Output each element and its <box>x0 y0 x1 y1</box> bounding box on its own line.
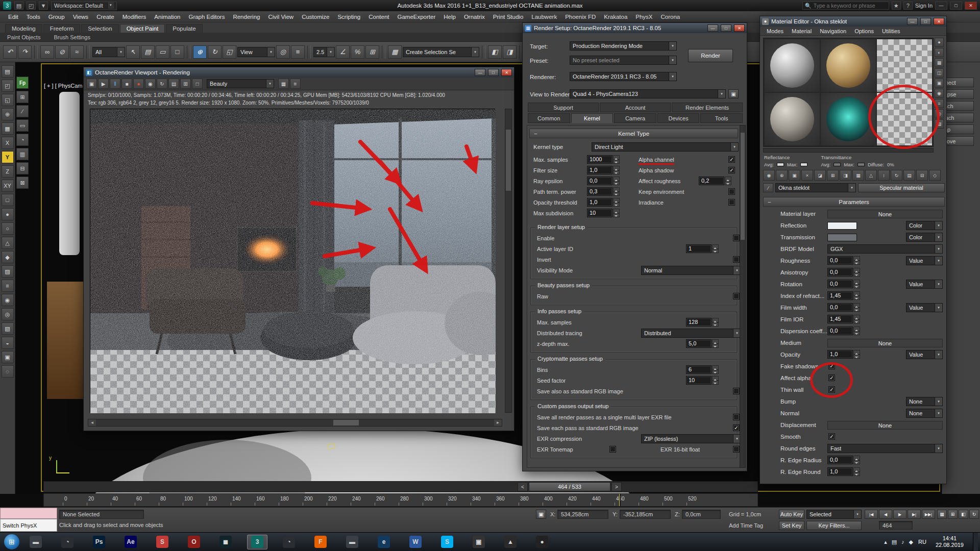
param-spinner[interactable]: 1,45 <box>827 315 860 323</box>
render-setup-tab[interactable]: Common <box>528 113 570 123</box>
param-spinner[interactable]: 0,3 <box>587 187 620 196</box>
menu-item[interactable]: GameExporter <box>393 13 439 21</box>
grid-snap-icon[interactable]: ⊞ <box>16 91 29 103</box>
teal-app-icon[interactable]: ◼ <box>215 535 236 549</box>
menu-item[interactable]: Ornatrix <box>460 13 489 21</box>
assign-material-icon[interactable]: ▣ <box>789 170 800 181</box>
material-type-button[interactable]: Specular material <box>858 183 945 192</box>
maxscript-listener-line[interactable]: Switch PhysX <box>0 519 57 532</box>
setting-dropdown[interactable]: Distributed <box>641 329 741 338</box>
paint-fx-icon[interactable]: Fp <box>16 77 29 89</box>
go-forward-sibling-icon[interactable]: ↻ <box>891 170 902 181</box>
dashed-circle-icon[interactable]: ◌ <box>2 365 14 378</box>
viewport-label[interactable]: [ + ] [ PhysCamera123 ] <box>44 83 83 89</box>
set-key-button[interactable]: Set Key <box>779 521 804 530</box>
ribbon-tab[interactable]: Object Paint <box>120 24 165 33</box>
help-icon[interactable]: ? <box>903 2 913 10</box>
spinner-arrows[interactable] <box>853 350 860 359</box>
kernel-type-rollout[interactable]: Kernel Type <box>529 129 738 138</box>
rect-icon[interactable]: ▭ <box>16 119 29 132</box>
select-link-icon[interactable]: ∞ <box>40 45 54 59</box>
setting-checkbox[interactable] <box>733 424 740 431</box>
spinner-arrows[interactable] <box>712 318 719 327</box>
language-indicator[interactable]: RU <box>918 539 926 545</box>
vertical-scrollbar[interactable] <box>505 109 512 413</box>
menu-item[interactable]: Print Studio <box>489 13 527 21</box>
menu-item[interactable]: Krakatoa <box>600 13 631 21</box>
select-by-material-icon[interactable]: ◎ <box>935 109 944 118</box>
spinner-arrows[interactable] <box>712 376 719 385</box>
spinner-arrows[interactable] <box>853 256 860 265</box>
setting-checkbox[interactable] <box>733 235 740 241</box>
close-button[interactable] <box>501 69 512 76</box>
material-name-dropdown[interactable]: Okna steklot <box>775 183 856 192</box>
sample-tiling-icon[interactable]: ◫ <box>935 68 944 78</box>
horizontal-scrollbar[interactable]: ◄ ► <box>88 419 502 427</box>
param-checkbox[interactable] <box>828 433 835 440</box>
maximize-button[interactable] <box>920 18 931 25</box>
menu-item[interactable]: Modifiers <box>118 13 151 21</box>
key-mode-dropdown[interactable]: Selected <box>806 510 862 519</box>
favorites-star-icon[interactable]: ★ <box>892 2 901 10</box>
option-checkbox[interactable] <box>728 188 735 195</box>
track-bar-ruler[interactable]: 0204060801001201401601802002202402602803… <box>43 493 758 507</box>
next-frame-button[interactable]: ▶| <box>908 510 921 519</box>
rendered-image[interactable] <box>90 109 495 413</box>
setting-checkbox[interactable] <box>733 256 740 263</box>
play-render-icon[interactable]: ▶ <box>98 79 109 89</box>
spinner-arrows[interactable] <box>613 209 620 217</box>
cone-primitive-icon[interactable]: △ <box>2 237 14 249</box>
red-s-app-icon[interactable]: S <box>152 535 173 549</box>
slot-scroll-strip[interactable] <box>763 148 934 153</box>
menu-item[interactable]: Laubwerk <box>527 13 561 21</box>
close-box-icon[interactable]: ⊠ <box>16 177 29 189</box>
minimize-button[interactable]: — <box>935 2 947 10</box>
menu-item[interactable]: Group <box>44 13 69 21</box>
unlink-icon[interactable]: ⊘ <box>55 45 69 59</box>
previous-frame-button[interactable]: ◀ <box>879 510 892 519</box>
firefox-app-icon[interactable]: F <box>310 535 331 549</box>
param-mode-dropdown[interactable]: Color <box>906 221 943 230</box>
pan-view-button[interactable]: ⊞ <box>948 510 958 519</box>
menu-item[interactable]: Help <box>439 13 460 21</box>
after-effects-app-icon[interactable]: Ae <box>120 535 141 549</box>
setting-dropdown[interactable]: ZIP (lossless) <box>641 434 741 443</box>
param-mode-dropdown[interactable]: Value <box>906 350 943 359</box>
close-button[interactable]: ✕ <box>965 2 977 10</box>
folder-app-icon[interactable]: ▬ <box>26 535 46 549</box>
chrome2-app-icon[interactable]: ◔ <box>279 535 299 549</box>
option-checkbox[interactable] <box>728 167 735 173</box>
param-spinner[interactable]: 1,0 <box>827 467 860 476</box>
target-icon[interactable]: ◉ <box>2 294 14 306</box>
orbit-view-button[interactable]: ↻ <box>969 510 979 519</box>
param-spinner[interactable]: 1,0 <box>827 350 860 359</box>
spinner-arrows[interactable] <box>853 467 860 476</box>
move-constraint-icon[interactable]: ⊕ <box>2 108 14 120</box>
ring-icon[interactable]: ◎ <box>2 308 14 320</box>
zoom-extents-button[interactable]: ◧ <box>959 510 968 519</box>
tray-antivirus-icon[interactable]: ◆ <box>909 539 913 545</box>
z-coordinate-field[interactable]: 0,0cm <box>682 510 721 519</box>
copy-image-icon[interactable]: ⊞ <box>180 79 191 89</box>
menu-item[interactable]: Corona <box>657 13 684 21</box>
ribbon-panel-label[interactable]: Brush Settings <box>54 34 90 40</box>
open-file-icon[interactable]: ◰ <box>27 2 36 10</box>
param-checkbox[interactable] <box>828 386 835 393</box>
ribbon-tab[interactable]: Freeform <box>43 24 81 33</box>
close-button[interactable] <box>734 24 745 32</box>
x-constraint-icon[interactable]: X <box>2 137 14 149</box>
param-mode-dropdown[interactable]: Value <box>906 256 943 265</box>
scroll-right-icon[interactable]: ► <box>494 419 502 426</box>
option-checkbox[interactable] <box>728 199 735 206</box>
setting-spinner[interactable]: 10 <box>686 376 719 385</box>
setting-checkbox[interactable] <box>733 388 740 394</box>
spinner-arrows[interactable] <box>613 155 620 164</box>
menu-item[interactable]: PhysX <box>631 13 656 21</box>
scroll-left-icon[interactable]: ◄ <box>88 419 96 426</box>
z-constraint-icon[interactable]: Z <box>2 165 14 178</box>
spinner-arrows[interactable] <box>712 365 719 374</box>
render-setup-tab[interactable]: Render Elements <box>672 103 743 112</box>
exr-tonemap-checkbox[interactable] <box>609 446 616 453</box>
param-mode-dropdown[interactable]: Value <box>906 280 943 289</box>
param-mode-dropdown[interactable]: Value <box>906 303 943 312</box>
